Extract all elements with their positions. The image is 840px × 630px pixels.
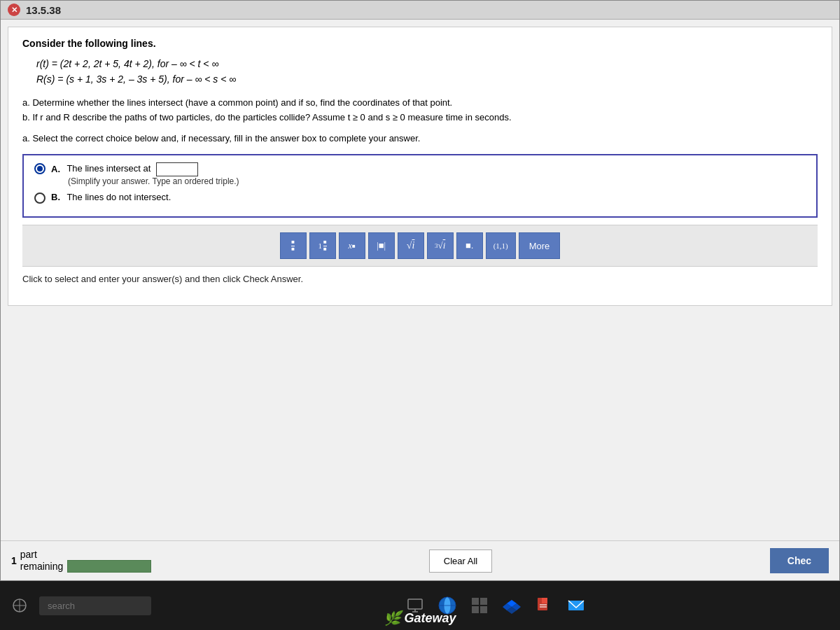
part-label-text: part xyxy=(20,549,151,560)
gateway-text: Gateway xyxy=(404,611,456,626)
mixed-fraction-btn[interactable]: 1 ■ ■ xyxy=(309,232,336,259)
equation-r: r(t) = (2t + 2, 2t + 5, 4t + 2), for – ∞… xyxy=(36,56,818,71)
check-answer-button[interactable]: Chec xyxy=(770,548,829,573)
svg-rect-3 xyxy=(408,599,422,609)
taskbar-file-icon[interactable] xyxy=(531,593,556,618)
close-icon[interactable]: ✕ xyxy=(8,4,20,16)
option-a-radio[interactable] xyxy=(34,163,46,174)
option-a-content: A. The lines intersect at (Simplify your… xyxy=(51,162,239,186)
bottom-bar: 1 part remaining Clear All Chec xyxy=(1,540,839,580)
sqrt-btn[interactable]: √i xyxy=(398,232,424,259)
part-b-desc: b. If r and R describe the paths of two … xyxy=(22,111,818,125)
option-a-row[interactable]: A. The lines intersect at (Simplify your… xyxy=(34,162,806,186)
remaining-text: remaining xyxy=(20,561,63,572)
clear-all-button[interactable]: Clear All xyxy=(429,550,492,573)
click-instruction: Click to select and enter your answer(s)… xyxy=(22,274,818,284)
svg-rect-10 xyxy=(480,598,487,605)
content-area: Consider the following lines. r(t) = (2t… xyxy=(8,27,832,306)
option-b-text: The lines do not intersect. xyxy=(66,192,171,202)
svg-rect-12 xyxy=(480,606,487,613)
progress-bar xyxy=(67,560,151,573)
decimal-btn[interactable]: ■. xyxy=(456,232,483,259)
part-remaining-section: 1 part remaining xyxy=(11,549,151,573)
parts-text: a. Determine whether the lines intersect… xyxy=(22,96,818,125)
problem-intro: Consider the following lines. xyxy=(22,38,818,49)
option-b-row[interactable]: B. The lines do not intersect. xyxy=(34,192,806,204)
option-b-content: B. The lines do not intersect. xyxy=(51,192,171,202)
part-a-desc: a. Determine whether the lines intersect… xyxy=(22,96,818,111)
answer-input[interactable] xyxy=(156,162,198,176)
taskbar-dropbox-icon[interactable] xyxy=(499,593,524,618)
main-window: ✕ 13.5.38 Consider the following lines. … xyxy=(0,0,840,581)
cbrt-btn[interactable]: 3√i xyxy=(427,232,454,259)
part-number: 1 xyxy=(11,555,17,566)
option-a-label: A. xyxy=(51,164,60,174)
equation-R: R(s) = (s + 1, 3s + 2, – 3s + 5), for – … xyxy=(36,71,818,87)
part-remaining-labels: part remaining xyxy=(20,549,151,573)
more-btn[interactable]: More xyxy=(519,232,561,259)
interval-btn[interactable]: (1,1) xyxy=(486,232,516,259)
gateway-leaf-icon: 🌿 xyxy=(384,610,401,626)
gateway-logo: 🌿 Gateway xyxy=(384,610,456,626)
taskbar: 🌿 Gateway xyxy=(0,581,840,630)
abs-value-btn[interactable]: |■| xyxy=(368,232,395,259)
title-bar: ✕ 13.5.38 xyxy=(1,1,839,20)
fraction-btn[interactable]: ■ ■ xyxy=(280,232,307,259)
option-b-radio[interactable] xyxy=(34,192,46,204)
option-a-hint: (Simplify your answer. Type an ordered t… xyxy=(68,176,239,186)
equations: r(t) = (2t + 2, 2t + 5, 4t + 2), for – ∞… xyxy=(36,56,818,88)
option-a-text: The lines intersect at xyxy=(66,164,150,174)
taskbar-mail-icon[interactable] xyxy=(564,593,589,618)
start-button[interactable] xyxy=(7,593,32,618)
option-b-label: B. xyxy=(51,192,60,202)
taskbar-apps-icon[interactable] xyxy=(467,593,492,618)
taskbar-center xyxy=(158,593,833,618)
answer-section: A. The lines intersect at (Simplify your… xyxy=(22,154,818,218)
svg-rect-9 xyxy=(472,598,479,605)
title-bar-text: 13.5.38 xyxy=(26,4,61,16)
svg-rect-11 xyxy=(472,606,479,613)
sub-instruction: a. Select the correct choice below and, … xyxy=(22,133,818,144)
exponent-btn[interactable]: x■ xyxy=(339,232,365,259)
math-toolbar: ■ ■ 1 ■ ■ x■ |■| √i 3√i ■. (1,1) More xyxy=(22,225,818,267)
taskbar-search-input[interactable] xyxy=(39,596,151,615)
svg-rect-18 xyxy=(542,598,547,603)
